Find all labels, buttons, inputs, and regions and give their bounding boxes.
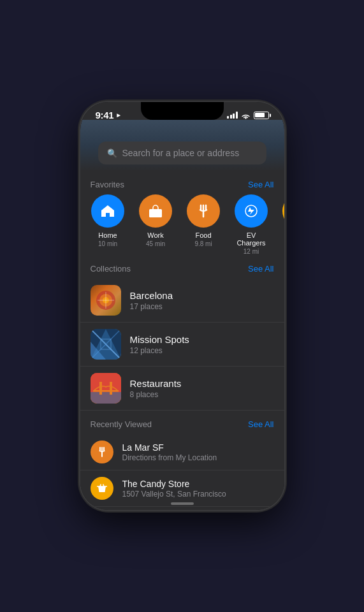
svg-rect-20 [91,392,121,404]
recent-matcha[interactable]: Stonemill Matcha 561 Valencia St, San Fr… [80,507,284,510]
recent-lamar[interactable]: La Mar SF Directions from My Location [80,434,284,470]
favorite-ev[interactable]: EV Chargers 12 mi [234,194,269,255]
work-sublabel: 45 min [146,240,165,247]
home-label: Home [98,231,117,239]
phone-screen: 9:41 ► [80,102,284,510]
work-icon-circle [139,194,172,228]
collection-restaurants[interactable]: Restaurants 8 places [80,367,284,411]
svg-rect-22 [99,382,102,395]
collections-see-all[interactable]: See All [248,264,273,273]
lamar-icon [91,441,113,463]
mission-count: 12 places [130,346,189,355]
food-label: Food [195,231,211,239]
favorite-food[interactable]: Food 9.8 mi [186,194,221,255]
collections-title: Collections [91,264,131,273]
recently-viewed-see-all[interactable]: See All [248,419,273,429]
home-icon-circle [91,194,124,228]
ev-label: EV Chargers [234,231,269,247]
barcelona-count: 17 places [130,302,173,311]
status-time: 9:41 [96,110,114,120]
favorite-home[interactable]: Home 10 min [91,194,126,255]
candy-icon [91,477,113,500]
lamar-name: La Mar SF [122,442,217,453]
battery-icon [254,112,269,119]
barcelona-name: Barcelona [130,290,173,301]
restaurants-info: Restaurants 8 places [130,378,182,399]
mission-info: Mission Spots 12 places [130,334,189,355]
recently-viewed-title: Recently Viewed [91,419,152,429]
main-content: Favorites See All Home 10 min [80,171,284,510]
food-sublabel: 9.8 mi [194,240,212,247]
favorites-title: Favorites [91,180,124,189]
favorites-see-all[interactable]: See All [248,180,273,189]
favorites-section-header: Favorites See All [80,171,284,194]
candy-info: The Candy Store 1507 Vallejo St, San Fra… [122,479,226,499]
search-bar[interactable]: 🔍 Search for a place or address [98,142,266,164]
favorite-work[interactable]: Work 45 min [138,194,173,255]
restaurants-name: Restaurants [130,378,182,389]
notch [141,102,224,120]
candy-name: The Candy Store [122,479,226,489]
mission-thumbnail [91,329,121,360]
wifi-icon [241,112,251,119]
collection-mission[interactable]: Mission Spots 12 places [80,323,284,367]
barcelona-info: Barcelona 17 places [130,290,173,311]
food-icon-circle [187,194,220,228]
lamar-info: La Mar SF Directions from My Location [122,442,217,462]
status-icons [227,112,269,119]
restaurants-thumbnail [91,373,121,404]
ev-sublabel: 12 mi [244,248,259,255]
home-sublabel: 10 min [98,240,117,247]
collections-section-header: Collections See All [80,255,284,279]
maps-background: 🔍 Search for a place or address [80,120,284,171]
recently-viewed-header: Recently Viewed See All [80,411,284,434]
mission-name: Mission Spots [130,334,189,345]
collection-barcelona[interactable]: Barcelona 17 places [80,279,284,323]
work-label: Work [147,231,163,239]
recent-candy[interactable]: The Candy Store 1507 Vallejo St, San Fra… [80,470,284,507]
ev-icon-circle [235,194,268,228]
home-indicator [171,502,194,505]
candy-sub: 1507 Vallejo St, San Francisco [122,490,226,499]
restaurants-count: 8 places [130,390,182,399]
search-icon: 🔍 [107,149,117,158]
favorites-list: Home 10 min Work 45 min [80,194,284,255]
location-icon: ► [115,112,122,119]
svg-rect-24 [93,390,119,392]
favorite-grocery[interactable]: Groc 13 m [282,194,284,255]
phone-frame: 9:41 ► [80,102,284,510]
barcelona-thumbnail [91,285,121,316]
search-input-placeholder: Search for a place or address [122,148,240,158]
grocery-icon-circle [282,194,284,228]
svg-rect-23 [110,382,112,395]
signal-bars-icon [227,112,238,119]
lamar-sub: Directions from My Location [122,453,217,462]
